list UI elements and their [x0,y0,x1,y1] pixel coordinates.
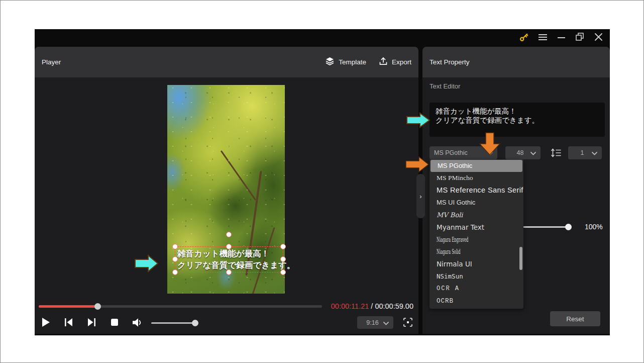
editor-line1: 雑音カット機能が最高！ [436,107,599,116]
font-option[interactable]: OCR A [430,283,523,295]
text-editor-label: Text Editor [430,82,460,90]
minimize-button[interactable] [557,34,566,43]
fullscreen-icon [403,318,412,329]
app-window: Player Template Export [35,29,610,335]
stop-button[interactable] [110,315,119,331]
time-total: 00:00:59.00 [375,302,413,310]
font-option[interactable]: MV Boli [430,209,523,221]
template-button[interactable]: Template [326,57,366,67]
font-option[interactable]: MS PGothic [431,160,522,172]
font-option[interactable]: Old English Text MT [430,307,523,309]
export-label: Export [392,58,411,66]
text-property-header: Text Property [422,47,610,77]
key-icon [519,33,528,44]
opacity-handle[interactable] [565,224,572,230]
font-option[interactable]: Niagara Engraved [430,233,523,246]
font-option[interactable]: Nirmala UI [430,258,523,270]
minimize-icon [558,34,565,43]
reset-button[interactable]: Reset [550,311,600,326]
font-option[interactable]: OCRB [430,295,523,308]
next-frame-button[interactable] [86,315,96,331]
export-icon [379,57,387,67]
player-title: Player [42,58,61,66]
selection-handle[interactable] [226,269,232,275]
previous-frame-button[interactable] [63,315,73,331]
tree-branch [221,150,256,201]
selection-handle[interactable] [172,256,178,262]
aspect-ratio-value: 9:16 [362,319,383,326]
close-icon [595,33,602,43]
font-family-select[interactable]: MS PGothic [430,146,497,159]
next-frame-icon [87,318,96,328]
timeline-track[interactable] [39,305,322,308]
font-option[interactable]: Myanmar Text [430,221,523,234]
line-spacing-icon [551,148,561,157]
font-family-value: MS PGothic [434,149,487,156]
chevron-down-icon [487,148,493,157]
volume-icon [133,318,142,329]
text-property-panel: Text Property Text Editor 雑音カット機能が最高！ クリ… [422,47,610,334]
text-editor-input[interactable]: 雑音カット機能が最高！ クリアな音質で録画できます。 [430,103,605,137]
font-size-value: 48 [510,149,530,156]
timeline-progress [39,305,97,308]
volume-button[interactable] [132,315,143,331]
chevron-right-icon: › [419,193,421,200]
restore-icon [576,33,584,43]
player-header: Player Template Export [35,47,418,77]
subtitle-selection-box[interactable]: 雑音カット機能が最高！ クリアな音質で録画できます。 [175,246,283,273]
opacity-value: 100% [585,223,603,231]
play-button[interactable] [41,315,51,331]
font-option[interactable]: MS PMincho [430,172,523,185]
titlebar [35,29,610,47]
play-icon [42,318,50,329]
font-option[interactable]: MS Reference Sans Serif [430,184,523,197]
font-option[interactable]: MS UI Gothic [430,197,523,209]
font-option[interactable]: NSimSun [430,270,523,283]
fullscreen-button[interactable] [402,315,413,331]
previous-frame-icon [64,318,73,328]
timeline-playhead[interactable] [94,303,101,310]
chevron-down-icon [383,318,389,327]
aspect-ratio-select[interactable]: 9:16 [357,316,393,329]
font-list: MS PGothicMS PMinchoMS Reference Sans Se… [430,159,523,309]
selection-handle[interactable] [172,244,178,249]
time-current: 00:00:11.21 [331,302,369,310]
text-property-title: Text Property [430,58,470,66]
volume-slider[interactable] [151,322,195,324]
close-button[interactable] [594,34,603,43]
menu-icon [539,34,547,43]
subtitle-overlay-text[interactable]: 雑音カット機能が最高！ クリアな音質で録画できます。 [177,248,295,271]
transport-controls: 9:16 [35,315,418,331]
time-display: 00:00:11.21 / 00:00:59.00 [331,302,413,310]
volume-handle[interactable] [192,320,198,326]
selection-handle[interactable] [172,269,178,275]
page-frame: Player Template Export [0,0,644,363]
selection-handle[interactable] [226,244,232,249]
selection-handle[interactable] [280,269,286,275]
font-size-select[interactable]: 48 [505,146,541,159]
stop-icon [111,319,118,328]
font-option[interactable]: Niagara Solid [430,246,523,258]
layers-icon [326,57,334,67]
subtitle-line2: クリアな音質で録画できます。 [177,259,295,271]
main-menu-button[interactable] [538,34,547,43]
rotation-handle[interactable] [226,232,232,237]
panel-collapse-button[interactable]: › [416,174,425,218]
selection-handle[interactable] [280,256,286,262]
font-list-scrollbar[interactable] [519,247,522,270]
chevron-down-icon [592,148,597,157]
export-button[interactable]: Export [379,57,411,67]
editor-line2: クリアな音質で録画できます。 [436,116,599,125]
line-spacing-select[interactable]: 1 [568,146,602,159]
chevron-down-icon [530,148,536,157]
line-spacing-value: 1 [573,149,592,156]
template-label: Template [339,58,366,66]
license-key-button[interactable] [519,34,528,43]
selection-handle[interactable] [280,244,286,249]
player-panel: Player Template Export [35,47,418,334]
restore-button[interactable] [575,34,584,43]
subtitle-line1: 雑音カット機能が最高！ [177,248,295,259]
